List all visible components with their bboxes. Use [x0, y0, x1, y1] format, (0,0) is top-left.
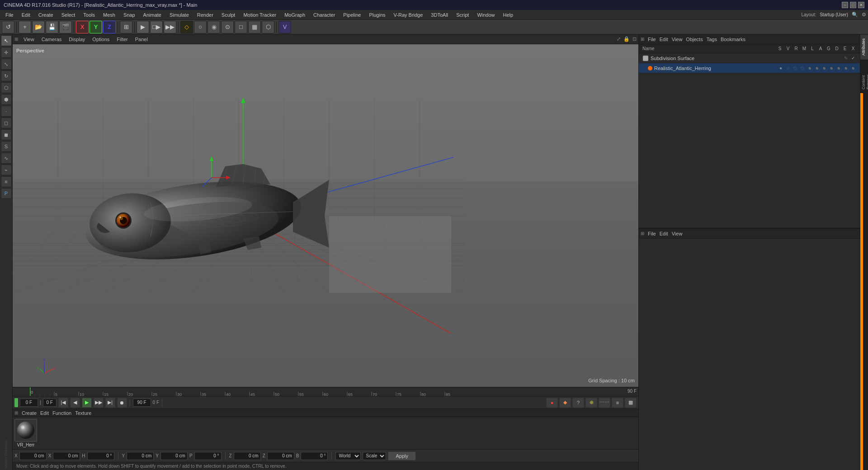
menu-mesh[interactable]: Mesh	[99, 11, 119, 19]
pb-timeline-toggle[interactable]: ≡	[612, 398, 623, 408]
display-mode-6[interactable]: ▦	[248, 21, 261, 33]
layout-settings[interactable]: ⚙	[862, 12, 866, 18]
pb-motion[interactable]: ⋯⋯	[599, 398, 610, 408]
coord-b-input[interactable]	[301, 452, 328, 460]
tool-deform[interactable]: ⌁	[1, 164, 12, 175]
tool-point[interactable]: ·	[1, 106, 12, 117]
vp-menu-cameras[interactable]: Cameras	[40, 36, 64, 43]
vp-maximize-icon[interactable]: ⊡	[632, 36, 637, 42]
attr-menu-view[interactable]: View	[672, 231, 683, 236]
coord-z-input[interactable]	[234, 452, 261, 460]
object-item-fish[interactable]: Realistic_Atlantic_Herring ● ○ □ □ ■ ■ ■…	[639, 63, 860, 73]
tool-polygon[interactable]: ⬡	[1, 82, 12, 93]
pb-go-end[interactable]: ▶|	[105, 398, 115, 408]
mode-y-button[interactable]: Y	[90, 21, 102, 33]
layout-search[interactable]: 🔍	[852, 12, 858, 18]
mat-menu-function[interactable]: Function	[52, 410, 71, 416]
mode-x-button[interactable]: X	[76, 21, 89, 33]
apply-button[interactable]: Apply	[388, 451, 416, 461]
tool-move[interactable]: ✛	[1, 47, 12, 58]
render-settings-button[interactable]: 🎬	[59, 21, 72, 33]
render-view-button[interactable]: ▶▶	[164, 21, 176, 33]
menu-3dtoall[interactable]: 3DToAll	[427, 11, 452, 19]
obj-edit-icon[interactable]: ✎	[843, 56, 849, 61]
tool-python[interactable]: P	[1, 188, 12, 199]
pb-auto-key[interactable]: ⊕	[585, 398, 597, 408]
coord-y2-input[interactable]	[160, 452, 188, 460]
menu-snap[interactable]: Snap	[120, 11, 139, 19]
tool-texture[interactable]: ◼	[1, 129, 12, 140]
display-mode-5[interactable]: □	[235, 21, 247, 33]
obj-check-icon[interactable]: ✓	[850, 56, 856, 61]
side-tab-attributes[interactable]: Attributes	[860, 34, 868, 59]
pb-settings[interactable]: ▦	[625, 398, 637, 408]
vp-lock-icon[interactable]: 🔒	[623, 36, 630, 42]
menu-vray-bridge[interactable]: V-Ray Bridge	[390, 11, 427, 19]
menu-pipeline[interactable]: Pipeline	[340, 11, 364, 19]
vp-menu-filter[interactable]: Filter	[115, 36, 129, 43]
pb-help[interactable]: ?	[572, 398, 584, 408]
tool-sculpt[interactable]: S	[1, 141, 12, 152]
tool-edge[interactable]: ⬢	[1, 94, 12, 105]
tool-object[interactable]: ◻	[1, 118, 12, 128]
pb-go-start[interactable]: |◀	[58, 398, 68, 408]
coord-x-input[interactable]	[19, 452, 47, 460]
fish-lock-icon[interactable]: ○	[785, 66, 791, 70]
render-region-button[interactable]: □▶	[150, 21, 163, 33]
object-item-subdiv[interactable]: Subdivision Surface ✎ ✓	[639, 53, 860, 63]
menu-tools[interactable]: Tools	[80, 11, 99, 19]
tool-pointer[interactable]: ↖	[1, 35, 12, 46]
transform-button[interactable]: ⊞	[120, 21, 132, 33]
minimize-button[interactable]: −	[842, 2, 848, 8]
obj-menu-file[interactable]: File	[648, 37, 656, 42]
coord-y-input[interactable]	[127, 452, 154, 460]
menu-edit[interactable]: Edit	[18, 11, 34, 19]
fish-tag7-icon[interactable]: ■	[850, 66, 856, 70]
menu-animate[interactable]: Animate	[140, 11, 165, 19]
pb-play-fwd[interactable]: ▶▶	[94, 398, 104, 408]
close-button[interactable]: ✕	[858, 2, 864, 8]
save-button[interactable]: 💾	[46, 21, 58, 33]
fish-tag1-icon[interactable]: ■	[807, 66, 813, 70]
coord-p-input[interactable]	[194, 452, 222, 460]
coord-mode-select[interactable]: World Object Parent	[335, 452, 361, 460]
fish-tag5-icon[interactable]: ■	[835, 66, 842, 70]
viewport[interactable]: Perspective Grid Spacing : 10 cm X Y Z	[13, 44, 638, 387]
obj-menu-objects[interactable]: Objects	[686, 37, 703, 42]
new-scene-button[interactable]: +	[19, 21, 31, 33]
menu-simulate[interactable]: Simulate	[166, 11, 193, 19]
obj-menu-edit[interactable]: Edit	[660, 37, 668, 42]
obj-menu-tags[interactable]: Tags	[707, 37, 717, 42]
frame-end-input[interactable]	[133, 399, 151, 407]
menu-sculpt[interactable]: Sculpt	[218, 11, 239, 19]
mode-z-button[interactable]: Z	[103, 21, 116, 33]
tool-spline[interactable]: ∿	[1, 153, 12, 164]
tool-scale[interactable]: ⤡	[1, 59, 12, 70]
fish-motion-icon[interactable]: □	[799, 66, 806, 70]
playback-start-indicator[interactable]	[14, 398, 18, 407]
fish-tag2-icon[interactable]: ■	[814, 66, 820, 70]
mat-menu-texture[interactable]: Texture	[75, 410, 91, 416]
pb-record[interactable]: ⏺	[117, 398, 127, 408]
menu-plugins[interactable]: Plugins	[365, 11, 389, 19]
menu-select[interactable]: Select	[58, 11, 79, 19]
tool-layer[interactable]: ≡	[1, 176, 12, 187]
vp-menu-display[interactable]: Display	[67, 36, 87, 43]
vp-menu-view[interactable]: View	[22, 36, 36, 43]
fish-render-icon[interactable]: □	[792, 66, 798, 70]
menu-motion-tracker[interactable]: Motion Tracker	[240, 11, 280, 19]
material-thumbnail[interactable]	[14, 419, 37, 442]
maximize-button[interactable]: □	[850, 2, 856, 8]
side-tab-content-browser[interactable]: Content Browser	[860, 59, 868, 93]
timeline[interactable]: 0 5 10 15 20 25 30 35	[13, 387, 638, 396]
open-scene-button[interactable]: 📂	[32, 21, 45, 33]
menu-window[interactable]: Window	[473, 11, 498, 19]
menu-file[interactable]: File	[2, 11, 17, 19]
vp-menu-panel[interactable]: Panel	[133, 36, 150, 43]
vp-expand-icon[interactable]: ⤢	[617, 36, 621, 42]
display-mode-4[interactable]: ⊙	[221, 21, 234, 33]
display-mode-2[interactable]: ○	[194, 21, 207, 33]
coord-z2-input[interactable]	[267, 452, 294, 460]
fish-vis-icon[interactable]: ●	[778, 66, 784, 70]
undo-button[interactable]: ↺	[2, 21, 14, 33]
